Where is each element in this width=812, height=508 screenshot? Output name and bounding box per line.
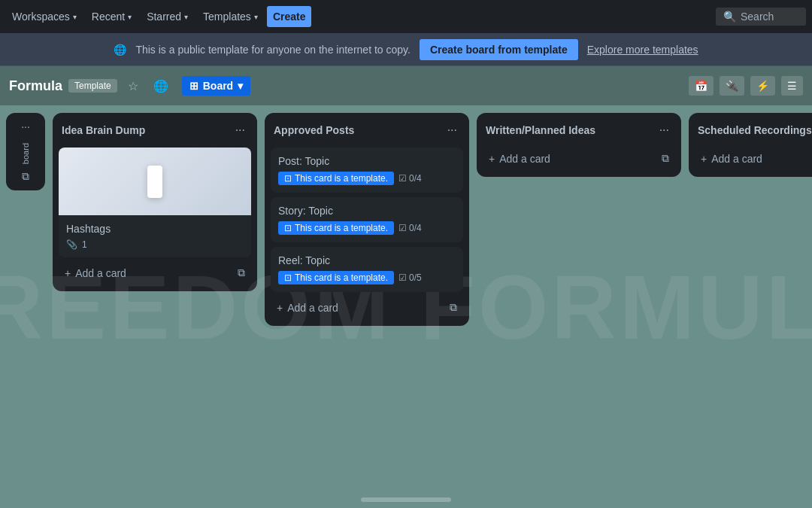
filter-btn[interactable]: ☰	[781, 76, 803, 96]
add-card-btn-idea-brain-dump[interactable]: + Add a card ⧉	[59, 262, 251, 284]
templates-label: Templates	[203, 11, 251, 23]
board-view-chevron-icon: ▾	[238, 80, 243, 92]
recent-label: Recent	[92, 11, 125, 23]
visibility-btn[interactable]: 🌐	[149, 76, 173, 96]
list-menu-btn-written-planned-ideas[interactable]: ···	[656, 122, 672, 138]
create-label: Create	[273, 11, 306, 23]
add-card-label-4: Add a card	[711, 153, 762, 165]
template-tag-label-3: This card is a template.	[295, 272, 388, 283]
board-view-label: Board	[203, 80, 233, 92]
checklist-icon: ☑	[398, 173, 407, 184]
card-post-topic-checklist: ☑ 0/4	[398, 173, 422, 184]
workspaces-label: Workspaces	[12, 11, 70, 23]
card-hashtags-meta: 📎 1	[66, 239, 244, 250]
collapsed-copy-icon: ⧉	[22, 170, 29, 183]
card-post-topic-title: Post: Topic	[278, 155, 456, 167]
banner-info-text: This is a public template for anyone on …	[135, 44, 411, 56]
list-idea-brain-dump: Idea Brain Dump ··· Hashtags 📎	[53, 113, 257, 291]
add-card-copy-icon-2: ⧉	[450, 301, 457, 314]
add-card-label-3: Add a card	[499, 153, 550, 165]
starred-btn[interactable]: Starred ▾	[141, 6, 194, 27]
add-card-plus-icon-3: +	[489, 153, 495, 165]
starred-chevron-icon: ▾	[184, 13, 188, 21]
add-card-plus-icon-2: +	[277, 302, 283, 314]
board-header-actions: 📅 🔌 ⚡ ☰	[689, 76, 803, 96]
add-card-btn-written-planned-ideas[interactable]: + Add a card ⧉	[483, 148, 675, 169]
template-icon-3: ⊡	[284, 272, 292, 283]
card-reel-topic[interactable]: Reel: Topic ⊡ This card is a template. ☑…	[271, 247, 463, 292]
workspaces-chevron-icon: ▾	[73, 13, 77, 21]
attachment-icon: 📎	[66, 239, 77, 250]
list-menu-btn-idea-brain-dump[interactable]: ···	[232, 122, 248, 138]
templates-chevron-icon: ▾	[254, 13, 258, 21]
card-story-topic-checklist: ☑ 0/4	[398, 223, 422, 233]
templates-btn[interactable]: Templates ▾	[197, 6, 264, 27]
add-card-btn-scheduled-recordings[interactable]: + Add a card ⧉	[695, 148, 812, 169]
add-card-plus-icon-4: +	[701, 153, 707, 165]
board-header: Formula Template ☆ 🌐 ⊞ Board ▾ 📅 🔌 ⚡ ☰	[0, 66, 812, 105]
add-card-copy-icon: ⧉	[238, 266, 245, 279]
card-story-topic[interactable]: Story: Topic ⊡ This card is a template. …	[271, 197, 463, 242]
list-header-idea-brain-dump: Idea Brain Dump ···	[59, 120, 251, 143]
card-story-topic-title: Story: Topic	[278, 205, 456, 217]
card-hashtags-preview	[59, 148, 251, 215]
search-bar[interactable]: 🔍 Search	[716, 8, 806, 26]
top-nav: Workspaces ▾ Recent ▾ Starred ▾ Template…	[0, 0, 812, 33]
recent-btn[interactable]: Recent ▾	[86, 6, 138, 27]
power-ups-btn[interactable]: 🔌	[720, 76, 744, 96]
checklist-count: 0/4	[409, 173, 422, 184]
calendar-btn[interactable]: 📅	[689, 76, 714, 96]
template-icon: ⊡	[284, 173, 292, 184]
add-card-label-2: Add a card	[287, 302, 338, 314]
explore-more-templates-btn[interactable]: Explore more templates	[587, 44, 698, 56]
list-title-idea-brain-dump: Idea Brain Dump	[62, 124, 145, 136]
add-card-label: Add a card	[75, 267, 126, 279]
card-reel-topic-meta: ⊡ This card is a template. ☑ 0/5	[278, 271, 456, 284]
card-reel-topic-checklist: ☑ 0/5	[398, 272, 422, 283]
attachment-count: 1	[82, 239, 87, 250]
card-reel-topic-title: Reel: Topic	[278, 254, 456, 266]
list-title-written-planned-ideas: Written/Planned Ideas	[486, 124, 595, 136]
checklist-icon-2: ☑	[398, 223, 407, 233]
automation-btn[interactable]: ⚡	[750, 76, 775, 96]
add-card-plus-icon: +	[65, 267, 71, 279]
starred-label: Starred	[147, 11, 181, 23]
template-tag-label-2: This card is a template.	[295, 223, 388, 233]
card-hashtags[interactable]: Hashtags 📎 1	[59, 148, 251, 257]
card-hashtags-title: Hashtags	[66, 223, 244, 235]
template-banner: 🌐 This is a public template for anyone o…	[0, 33, 812, 66]
create-board-from-template-btn[interactable]: Create board from template	[420, 39, 578, 60]
list-header-scheduled-recordings: Scheduled Recordings ···	[695, 120, 812, 143]
card-post-topic[interactable]: Post: Topic ⊡ This card is a template. ☑…	[271, 148, 463, 193]
board-view-btn[interactable]: ⊞ Board ▾	[182, 76, 250, 96]
card-story-topic-meta: ⊡ This card is a template. ☑ 0/4	[278, 221, 456, 235]
checklist-count-2: 0/4	[409, 223, 422, 233]
card-reel-topic-template-tag: ⊡ This card is a template.	[278, 271, 394, 284]
list-scheduled-recordings: Scheduled Recordings ··· + Add a card ⧉	[689, 113, 812, 177]
search-label: Search	[741, 11, 774, 23]
star-btn[interactable]: ☆	[123, 76, 143, 96]
create-btn[interactable]: Create	[267, 6, 312, 27]
search-icon: 🔍	[723, 11, 736, 23]
list-menu-btn-approved-posts[interactable]: ···	[444, 122, 460, 138]
add-card-btn-approved-posts[interactable]: + Add a card ⧉	[271, 297, 463, 318]
checklist-icon-3: ☑	[398, 272, 407, 283]
board-view-grid-icon: ⊞	[189, 80, 198, 92]
card-post-topic-template-tag: ⊡ This card is a template.	[278, 172, 394, 185]
list-written-planned-ideas: Written/Planned Ideas ··· + Add a card ⧉	[477, 113, 681, 177]
checklist-count-3: 0/5	[409, 272, 422, 283]
card-post-topic-meta: ⊡ This card is a template. ☑ 0/4	[278, 172, 456, 185]
list-approved-posts: Approved Posts ··· Post: Topic ⊡ This ca…	[265, 113, 469, 326]
card-story-topic-template-tag: ⊡ This card is a template.	[278, 221, 394, 235]
recent-chevron-icon: ▾	[128, 13, 132, 21]
list-title-scheduled-recordings: Scheduled Recordings	[698, 124, 812, 136]
collapsed-list-icon: ···	[21, 120, 30, 132]
list-header-written-planned-ideas: Written/Planned Ideas ···	[483, 120, 675, 143]
board-title: Formula	[9, 78, 62, 94]
template-badge: Template	[68, 79, 117, 93]
collapsed-list: ··· board ⧉	[6, 113, 45, 190]
list-title-approved-posts: Approved Posts	[274, 124, 354, 136]
add-card-copy-icon-3: ⧉	[662, 152, 669, 165]
workspaces-btn[interactable]: Workspaces ▾	[6, 6, 83, 27]
board-canvas: FREEDOM FORMULA ··· board ⧉ Idea Brain D…	[0, 105, 812, 508]
